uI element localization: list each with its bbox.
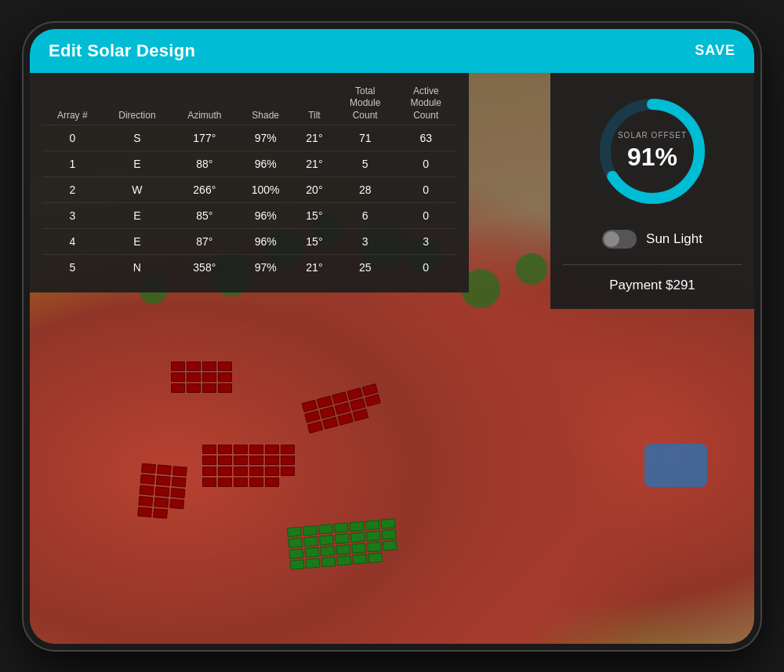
table-row: 5N358°97%21°250	[42, 255, 456, 281]
solar-panel-cluster-green	[287, 518, 398, 570]
solar-offset-chart: SOLAR OFFSET 91%	[590, 89, 715, 214]
table-row: 1E88°96%21°50	[42, 151, 456, 177]
main-content: Array # Direction Azimuth Shade Tilt Tot…	[30, 73, 754, 644]
cell-array: 0	[42, 125, 103, 151]
cell-direction: N	[103, 255, 172, 281]
col-shade: Shade	[237, 82, 294, 125]
app-header: Edit Solar Design SAVE	[30, 29, 754, 73]
cell-shade: 100%	[237, 177, 294, 203]
cell-tilt: 20°	[294, 177, 335, 203]
toggle-knob	[604, 231, 619, 247]
cell-azimuth: 266°	[172, 177, 237, 203]
cell-array: 4	[42, 229, 103, 255]
cell-shade: 96%	[237, 203, 294, 229]
cell-tilt: 21°	[294, 125, 335, 151]
cell-tilt: 21°	[294, 151, 335, 177]
table-row: 2W266°100%20°280	[42, 177, 456, 203]
cell-direction: W	[103, 177, 172, 203]
solar-panel-cluster-4	[137, 463, 187, 520]
col-active-module: ActiveModuleCount	[395, 82, 456, 125]
cell-active_module: 63	[395, 125, 456, 151]
cell-active_module: 3	[395, 229, 456, 255]
cell-total_module: 28	[335, 177, 396, 203]
payment-section: Payment $291	[563, 264, 742, 293]
app-container: Edit Solar Design SAVE	[30, 29, 754, 644]
page-title: Edit Solar Design	[49, 41, 195, 61]
cell-azimuth: 85°	[172, 203, 237, 229]
table-row: 4E87°96%15°33	[42, 229, 456, 255]
device-frame: Edit Solar Design SAVE	[24, 23, 760, 650]
cell-total_module: 71	[335, 125, 396, 151]
col-total-module: TotalModuleCount	[335, 82, 396, 125]
cell-total_module: 5	[335, 151, 396, 177]
col-direction: Direction	[103, 82, 172, 125]
cell-azimuth: 88°	[172, 151, 237, 177]
cell-total_module: 3	[335, 229, 396, 255]
table-row: 0S177°97%21°7163	[42, 125, 456, 151]
cell-direction: E	[103, 203, 172, 229]
cell-tilt: 15°	[294, 203, 335, 229]
cell-total_module: 25	[335, 255, 396, 281]
solar-panel-cluster-2	[171, 361, 232, 393]
cell-array: 5	[42, 255, 103, 281]
sun-light-label: Sun Light	[646, 231, 702, 247]
col-azimuth: Azimuth	[172, 82, 237, 125]
cell-array: 2	[42, 177, 103, 203]
solar-panel-cluster-1	[202, 445, 295, 487]
solar-offset-panel: SOLAR OFFSET 91% Sun Light Payment $291	[550, 73, 754, 309]
table-row: 3E85°96%15°60	[42, 203, 456, 229]
sun-light-row: Sun Light	[563, 230, 742, 249]
sun-light-toggle[interactable]	[602, 230, 637, 249]
cell-array: 3	[42, 203, 103, 229]
cell-shade: 97%	[237, 125, 294, 151]
solar-offset-value: 91%	[627, 143, 677, 171]
cell-tilt: 15°	[294, 229, 335, 255]
cell-active_module: 0	[395, 203, 456, 229]
save-button[interactable]: SAVE	[695, 42, 735, 59]
cell-azimuth: 87°	[172, 229, 237, 255]
cell-shade: 96%	[237, 229, 294, 255]
cell-total_module: 6	[335, 203, 396, 229]
cell-direction: E	[103, 151, 172, 177]
payment-label: Payment $291	[609, 278, 695, 292]
cell-active_module: 0	[395, 177, 456, 203]
cell-tilt: 21°	[294, 255, 335, 281]
cell-azimuth: 177°	[172, 125, 237, 151]
col-array: Array #	[42, 82, 103, 125]
cell-active_module: 0	[395, 151, 456, 177]
data-table-panel: Array # Direction Azimuth Shade Tilt Tot…	[30, 73, 469, 293]
cell-shade: 97%	[237, 255, 294, 281]
cell-shade: 96%	[237, 151, 294, 177]
cell-array: 1	[42, 151, 103, 177]
pool	[644, 444, 707, 487]
solar-offset-label: SOLAR OFFSET	[618, 131, 687, 140]
donut-center: SOLAR OFFSET 91%	[618, 131, 687, 172]
cell-azimuth: 358°	[172, 255, 237, 281]
array-data-table: Array # Direction Azimuth Shade Tilt Tot…	[42, 82, 456, 281]
tree-8	[516, 253, 547, 285]
cell-active_module: 0	[395, 255, 456, 281]
cell-direction: S	[103, 125, 172, 151]
cell-direction: E	[103, 229, 172, 255]
col-tilt: Tilt	[294, 82, 335, 125]
